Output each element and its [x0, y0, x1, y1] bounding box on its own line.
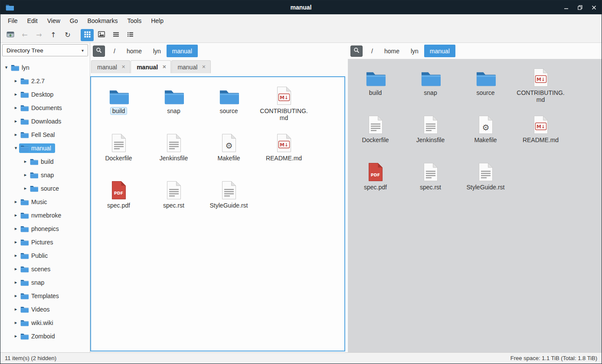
menu-file[interactable]: File — [3, 14, 23, 27]
tree-item-downloads[interactable]: ▸Downloads — [0, 114, 90, 128]
breadcrumb-root[interactable]: / — [108, 45, 121, 57]
chevron-right-icon[interactable]: ▸ — [13, 132, 19, 137]
forward-button[interactable]: → — [33, 29, 46, 41]
thumbnail-view-button[interactable] — [95, 29, 108, 41]
breadcrumb-home[interactable]: home — [121, 45, 147, 57]
tree-item-lyn[interactable]: ▾lyn — [0, 61, 90, 74]
chevron-right-icon[interactable]: ▸ — [13, 91, 19, 97]
file-item-readme-md[interactable]: M↓README.md — [513, 111, 568, 159]
file-item-dockerfile[interactable]: Dockerfile — [348, 111, 403, 159]
breadcrumb-root[interactable]: / — [366, 45, 379, 57]
tree-item-documents[interactable]: ▸Documents — [0, 101, 90, 114]
file-item-makefile[interactable]: ⚙Makefile — [458, 111, 513, 159]
chevron-right-icon[interactable]: ▸ — [13, 78, 19, 84]
chevron-right-icon[interactable]: ▸ — [13, 333, 19, 339]
file-item-snap[interactable]: snap — [146, 82, 201, 130]
chevron-right-icon[interactable]: ▸ — [13, 199, 19, 205]
back-button[interactable]: ← — [18, 29, 31, 41]
sidebar-mode-selector[interactable]: Directory Tree ▾ — [2, 44, 88, 56]
chevron-right-icon[interactable]: ▸ — [13, 239, 19, 245]
file-item-contributing-md[interactable]: M↓CONTRIBUTING. md — [256, 82, 311, 130]
file-item-source[interactable]: source — [458, 64, 513, 111]
tree-item-build[interactable]: ▸build — [0, 155, 90, 168]
breadcrumb-lyn[interactable]: lyn — [147, 45, 167, 57]
breadcrumb-manual[interactable]: manual — [424, 45, 455, 57]
file-item-spec-rst[interactable]: spec.rst — [146, 177, 201, 224]
tree-item-wiki-wiki[interactable]: ▸wiki.wiki — [0, 316, 90, 329]
file-item-styleguide-rst[interactable]: StyleGuide.rst — [458, 159, 513, 206]
tree-item-pictures[interactable]: ▸Pictures — [0, 235, 90, 249]
tree-item-public[interactable]: ▸Public — [0, 249, 90, 262]
chevron-down-icon[interactable]: ▾ — [3, 65, 10, 70]
file-item-spec-rst[interactable]: spec.rst — [403, 159, 458, 206]
tree-item-videos[interactable]: ▸Videos — [0, 302, 90, 316]
search-button[interactable] — [93, 46, 105, 57]
tree-item-zomboid[interactable]: ▸Zomboid — [0, 329, 90, 343]
close-icon[interactable]: ✕ — [202, 65, 206, 69]
tree-item-phonepics[interactable]: ▸phonepics — [0, 222, 90, 235]
file-item-makefile[interactable]: ⚙Makefile — [201, 130, 256, 177]
close-button[interactable] — [591, 5, 596, 10]
file-item-styleguide-rst[interactable]: StyleGuide.rst — [201, 177, 256, 224]
right-file-view[interactable]: buildsnapsourceM↓CONTRIBUTING. mdDockerf… — [348, 59, 602, 352]
chevron-right-icon[interactable]: ▸ — [13, 306, 19, 312]
maximize-button[interactable] — [577, 5, 582, 10]
tree-item-2-2-7[interactable]: ▸2.2.7 — [0, 74, 90, 88]
chevron-right-icon[interactable]: ▸ — [13, 118, 19, 124]
chevron-right-icon[interactable]: ▸ — [13, 280, 19, 285]
left-file-view[interactable]: buildsnapsourceM↓CONTRIBUTING. mdDockerf… — [90, 76, 345, 351]
chevron-right-icon[interactable]: ▸ — [13, 212, 19, 218]
file-item-jenkinsfile[interactable]: Jenkinsfile — [403, 111, 458, 159]
menu-view[interactable]: View — [43, 14, 65, 27]
tree-item-nvmebroke[interactable]: ▸nvmebroke — [0, 208, 90, 222]
breadcrumb-lyn[interactable]: lyn — [405, 45, 424, 57]
file-item-readme-md[interactable]: M↓README.md — [256, 130, 311, 177]
close-icon[interactable]: ✕ — [162, 65, 166, 69]
tree-item-source[interactable]: ▸source — [0, 182, 90, 195]
menu-tools[interactable]: Tools — [123, 14, 147, 27]
file-item-source[interactable]: source — [201, 82, 256, 130]
breadcrumb-home[interactable]: home — [379, 45, 405, 57]
chevron-right-icon[interactable]: ▸ — [13, 293, 19, 299]
menu-go[interactable]: Go — [65, 14, 83, 27]
file-item-build[interactable]: build — [91, 82, 146, 130]
tab-manual-3[interactable]: manual✕ — [171, 60, 210, 73]
menu-bookmarks[interactable]: Bookmarks — [82, 14, 122, 27]
tree-item-scenes[interactable]: ▸scenes — [0, 262, 90, 276]
chevron-right-icon[interactable]: ▸ — [22, 172, 29, 178]
file-item-snap[interactable]: snap — [403, 64, 458, 111]
titlebar[interactable]: manual — [0, 0, 602, 14]
close-icon[interactable]: ✕ — [121, 65, 125, 69]
minimize-button[interactable] — [563, 5, 569, 10]
chevron-down-icon[interactable]: ▾ — [13, 145, 19, 151]
detailed-view-button[interactable] — [124, 29, 137, 41]
menu-help[interactable]: Help — [146, 14, 168, 27]
file-item-contributing-md[interactable]: M↓CONTRIBUTING. md — [513, 64, 568, 111]
tab-manual-1[interactable]: manual✕ — [91, 60, 130, 73]
chevron-right-icon[interactable]: ▸ — [13, 105, 19, 110]
tree-item-manual[interactable]: ▾manual — [0, 141, 90, 155]
tree-item-music[interactable]: ▸Music — [0, 195, 90, 208]
up-button[interactable]: ↑ — [47, 29, 60, 41]
chevron-right-icon[interactable]: ▸ — [13, 253, 19, 258]
chevron-right-icon[interactable]: ▸ — [13, 320, 19, 325]
compact-view-button[interactable] — [109, 29, 122, 41]
chevron-right-icon[interactable]: ▸ — [13, 266, 19, 272]
file-item-dockerfile[interactable]: Dockerfile — [91, 130, 146, 177]
tree-item-snap[interactable]: ▸snap — [0, 276, 90, 289]
file-item-jenkinsfile[interactable]: Jenkinsfile — [146, 130, 201, 177]
tree-item-snap[interactable]: ▸snap — [0, 168, 90, 182]
breadcrumb-manual[interactable]: manual — [167, 45, 198, 57]
new-tab-button[interactable] — [4, 29, 17, 41]
file-item-build[interactable]: build — [348, 64, 403, 111]
icon-view-button[interactable] — [81, 29, 94, 41]
chevron-right-icon[interactable]: ▸ — [13, 226, 19, 231]
reload-button[interactable]: ↻ — [61, 29, 74, 41]
chevron-right-icon[interactable]: ▸ — [22, 185, 29, 191]
menu-edit[interactable]: Edit — [23, 14, 43, 27]
chevron-right-icon[interactable]: ▸ — [22, 159, 29, 164]
tab-manual-2[interactable]: manual✕ — [131, 60, 171, 73]
tree-item-fell-seal[interactable]: ▸Fell Seal — [0, 128, 90, 141]
tree-item-desktop[interactable]: ▸Desktop — [0, 88, 90, 101]
file-item-spec-pdf[interactable]: PDFspec.pdf — [348, 159, 403, 206]
